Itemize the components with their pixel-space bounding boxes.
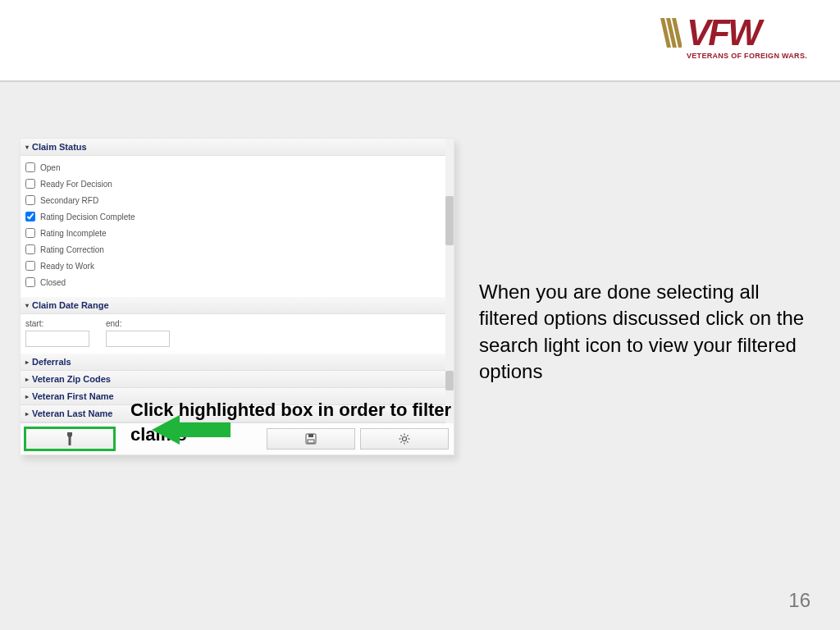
scrollbar-track[interactable] [445, 139, 454, 423]
claim-status-header[interactable]: Claim Status [21, 139, 454, 156]
start-date-input[interactable] [25, 331, 89, 347]
section-title: Veteran Last Name [32, 409, 112, 418]
veteran-zip-header[interactable]: Veteran Zip Codes [21, 371, 454, 388]
page-number: 16 [788, 589, 810, 612]
checkbox-input[interactable] [25, 212, 35, 221]
checkbox-label: Closed [40, 278, 66, 287]
checkbox-label: Open [40, 163, 60, 172]
checkbox-closed[interactable]: Closed [25, 274, 449, 290]
checkbox-ready-for-decision[interactable]: Ready For Decision [25, 176, 449, 192]
scrollbar-thumb[interactable] [445, 196, 454, 245]
logo-letter: VFW [687, 18, 760, 47]
end-label: end: [106, 319, 170, 328]
checkbox-rating-incomplete[interactable]: Rating Incomplete [25, 225, 449, 241]
checkbox-secondary-rfd[interactable]: Secondary RFD [25, 192, 449, 208]
checkbox-input[interactable] [25, 244, 35, 254]
instruction-text: When you are done selecting all filtered… [479, 279, 807, 386]
checkbox-label: Rating Incomplete [40, 229, 107, 238]
section-title: Claim Status [32, 142, 87, 152]
checkbox-label: Ready to Work [40, 262, 94, 271]
claim-date-range-header[interactable]: Claim Date Range [21, 297, 454, 314]
checkbox-input[interactable] [25, 228, 35, 238]
logo-subtitle: VETERANS OF FOREIGN WARS. [687, 52, 807, 60]
flashlight-icon [65, 432, 75, 445]
claim-date-range-body: start: end: [21, 314, 454, 354]
slide-body: Claim Status Open Ready For Decision Sec… [0, 82, 840, 630]
checkbox-label: Rating Decision Complete [40, 212, 135, 221]
slide-header: VFW VETERANS OF FOREIGN WARS. [0, 0, 840, 82]
scrollbar-thumb[interactable] [445, 371, 454, 390]
deferrals-header[interactable]: Deferrals [21, 354, 454, 371]
checkbox-input[interactable] [25, 195, 35, 205]
checkbox-open[interactable]: Open [25, 159, 449, 176]
checkbox-label: Rating Correction [40, 245, 104, 254]
vfw-logo: VFW VETERANS OF FOREIGN WARS. [660, 18, 807, 60]
checkbox-rating-decision-complete[interactable]: Rating Decision Complete [25, 208, 449, 225]
claim-status-body: Open Ready For Decision Secondary RFD Ra… [21, 156, 454, 297]
start-label: start: [25, 319, 89, 328]
checkbox-input[interactable] [25, 162, 35, 172]
checkbox-ready-to-work[interactable]: Ready to Work [25, 258, 449, 274]
section-title: Veteran First Name [32, 391, 114, 401]
checkbox-input[interactable] [25, 179, 35, 189]
section-title: Claim Date Range [32, 300, 109, 310]
section-title: Deferrals [32, 357, 71, 367]
section-title: Veteran Zip Codes [32, 374, 111, 384]
filter-panel-screenshot: Claim Status Open Ready For Decision Sec… [20, 138, 454, 455]
checkbox-label: Ready For Decision [40, 180, 112, 189]
checkbox-rating-correction[interactable]: Rating Correction [25, 241, 449, 258]
logo-stripes-icon [660, 18, 682, 48]
green-arrow-icon [152, 415, 231, 448]
checkbox-input[interactable] [25, 261, 35, 271]
svg-marker-15 [152, 415, 231, 445]
checkbox-input[interactable] [25, 277, 35, 287]
checkbox-label: Secondary RFD [40, 196, 98, 205]
search-button[interactable] [25, 428, 114, 450]
end-date-input[interactable] [106, 331, 170, 347]
